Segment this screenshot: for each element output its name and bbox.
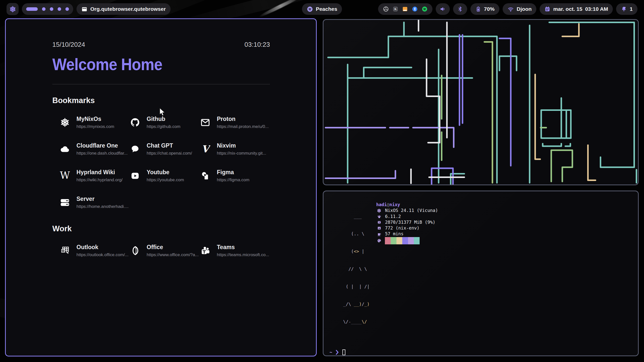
bookmark-figma[interactable]: Figma https://figma.com — [200, 169, 270, 183]
notification-count: 1 — [630, 6, 633, 12]
bookmark-proton[interactable]: Proton https://mail.proton.me/u/0... — [200, 116, 270, 129]
workspace-dot[interactable] — [65, 7, 69, 11]
active-window-title: Org.qutebrowser.qutebrowser — [76, 3, 171, 15]
bluetooth-icon[interactable] — [412, 6, 418, 12]
chat-bubble-icon — [130, 144, 141, 155]
nix-snowflake-icon — [9, 6, 16, 13]
wiki-w-icon: W — [59, 170, 70, 181]
wifi-icon — [507, 6, 514, 12]
calendar-icon — [544, 6, 550, 12]
battery-indicator[interactable]: 70% — [470, 3, 499, 15]
bookmark-youtube[interactable]: Youtube https://youtube.com — [130, 169, 200, 183]
fetch-uptime-row: 57 mins — [376, 231, 438, 237]
qutebrowser-window: 15/10/2024 03:10:23 Welcome Home Bookmar… — [5, 18, 317, 356]
bookmark-hyprland-wiki[interactable]: W Hyprland Wiki https://wiki.hyprland.or… — [59, 169, 130, 183]
media-track-label: Peaches — [316, 6, 337, 12]
bookmark-office[interactable]: Office https://www.office.com/?a... — [130, 244, 200, 257]
prompt-cwd: ~ — [330, 349, 332, 355]
window-title-label: Org.qutebrowser.qutebrowser — [90, 6, 166, 12]
bookmark-nixvim[interactable]: V Nixvim https://nix-community.git... — [200, 142, 270, 156]
shell-prompt[interactable]: ~ — [330, 349, 638, 355]
page-title: Welcome Home — [52, 55, 248, 74]
system-tray: K — [378, 3, 432, 15]
workspace-dot[interactable] — [42, 7, 46, 11]
terminal-window[interactable]: ___ (.. \ (<> | // \ \ ( | | /| _/\ __)/… — [323, 191, 639, 356]
downloads-icon[interactable] — [402, 6, 408, 12]
fetch-memory-row: 2870/31377 MiB (9%) — [376, 219, 438, 225]
k-app-icon[interactable]: K — [393, 6, 398, 12]
pipes-terminal-window[interactable] — [323, 19, 639, 185]
workspace-active[interactable] — [26, 7, 38, 11]
nix-snowflake-icon — [59, 117, 70, 128]
packages-box-icon — [376, 226, 382, 230]
volume-button[interactable] — [436, 3, 450, 15]
battery-icon — [475, 6, 481, 12]
palette-swatch — [414, 237, 420, 244]
wifi-ssid-label: Djoon — [517, 6, 532, 12]
startpage-time: 03:10:23 — [245, 41, 270, 49]
pipes-screensaver — [324, 20, 638, 185]
work-grid: Outlook https://outlook.office.com/... O… — [59, 244, 270, 257]
spotify-icon — [307, 6, 313, 12]
youtube-icon — [130, 170, 141, 181]
media-widget[interactable]: Peaches — [302, 3, 342, 15]
kernel-paw-icon — [376, 214, 382, 219]
server-icon — [59, 197, 70, 208]
uptime-cup-icon — [376, 232, 382, 236]
bookmark-chatgpt[interactable]: Chat GPT https://chat.openai.com/ — [130, 142, 200, 156]
palette-swatch — [385, 237, 391, 244]
bookmark-teams[interactable]: Teams https://teams.microsoft.co... — [200, 244, 270, 257]
prompt-chevron-icon — [336, 350, 339, 355]
fetch-os-row: NixOS 24.11 (Vicuna) — [376, 208, 438, 213]
nix-menu-button[interactable] — [7, 3, 19, 15]
clock-time-label: 03:10 AM — [585, 6, 608, 12]
terminal-color-palette — [385, 237, 420, 244]
outlook-icon — [59, 245, 70, 256]
figma-icon — [200, 170, 211, 181]
nix-snowflake-icon — [376, 208, 382, 213]
workspace-dot[interactable] — [50, 7, 53, 11]
obs-icon[interactable] — [383, 6, 389, 12]
palette-swatch — [408, 237, 414, 244]
mail-icon — [200, 117, 211, 128]
palette-swatch — [402, 237, 408, 244]
startpage-date: 15/10/2024 — [52, 41, 85, 49]
window-icon — [81, 6, 88, 12]
svg-text:K: K — [394, 8, 397, 11]
cloud-icon — [59, 144, 70, 155]
battery-percent-label: 70% — [484, 6, 495, 12]
divider — [52, 84, 270, 84]
svg-text:V: V — [202, 144, 210, 154]
bookmarks-grid: MyNixOs https://mynixos.com Github https… — [59, 116, 270, 209]
fetch-packages-row: 772 (nix-env) — [376, 225, 438, 231]
svg-text:W: W — [60, 170, 70, 181]
fetch-palette-row — [376, 237, 438, 244]
mouse-cursor — [158, 108, 166, 116]
palette-icon — [376, 239, 382, 243]
bluetooth-icon — [457, 6, 463, 12]
network-indicator[interactable]: Djoon — [503, 3, 536, 15]
palette-swatch — [391, 237, 396, 244]
workspace-dot[interactable] — [58, 7, 61, 11]
memory-chip-icon — [376, 220, 382, 224]
notifications-widget[interactable]: 1 — [616, 3, 637, 15]
bookmark-cloudflare-one[interactable]: Cloudflare One https://one.dash.cloudfla… — [59, 142, 130, 156]
work-heading: Work — [52, 224, 270, 233]
workspace-indicator[interactable] — [22, 3, 73, 15]
nixvim-v-icon: V — [200, 144, 211, 155]
fetch-kernel-row: 6.11.2 — [376, 214, 438, 219]
spotify-icon[interactable] — [422, 6, 428, 12]
bluetooth-button[interactable] — [453, 3, 467, 15]
teams-icon — [200, 245, 211, 256]
bookmark-server[interactable]: Server https://home.anotherhadi.... — [59, 196, 130, 209]
clock-widget[interactable]: mar. oct. 15 03:10 AM — [540, 3, 613, 15]
palette-swatch — [396, 237, 402, 244]
bookmarks-heading: Bookmarks — [52, 96, 270, 105]
clock-date-label: mar. oct. 15 — [553, 6, 582, 12]
bell-icon — [621, 6, 627, 12]
bookmark-mynixos[interactable]: MyNixOs https://mynixos.com — [59, 116, 130, 129]
bookmark-outlook[interactable]: Outlook https://outlook.office.com/... — [59, 244, 130, 257]
bookmark-github[interactable]: Github https://github.com — [130, 116, 200, 129]
fetch-user-host: hadi@nixy — [376, 202, 438, 208]
terminal-cursor — [342, 349, 345, 355]
